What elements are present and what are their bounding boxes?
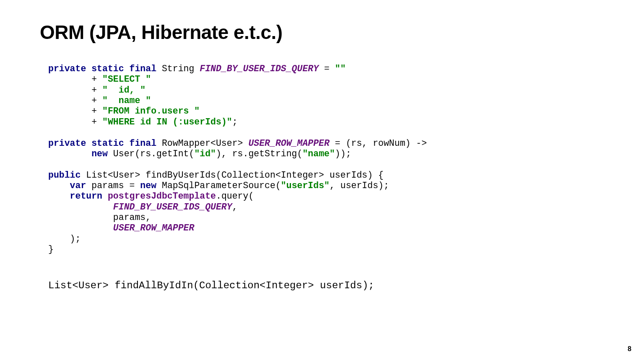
slide: ORM (JPA, Hibernate e.t.c.) private stat… bbox=[0, 0, 644, 291]
code-token: " id, " bbox=[102, 85, 145, 95]
code-token: " name " bbox=[102, 96, 151, 106]
code-token: List<User> findByUserIds(Collection<Inte… bbox=[80, 170, 384, 180]
code-token: "SELECT " bbox=[102, 74, 151, 84]
code-token: FIND_BY_USER_IDS_QUERY bbox=[200, 64, 319, 74]
code-token bbox=[48, 202, 113, 212]
code-token: String bbox=[156, 64, 200, 74]
code-token: + bbox=[48, 74, 102, 84]
code-token: } bbox=[48, 244, 54, 254]
code-token: "WHERE id IN (:userIds)" bbox=[102, 117, 232, 127]
code-token: ), rs.getString( bbox=[216, 149, 302, 159]
code-token bbox=[48, 191, 70, 201]
code-token: + bbox=[48, 106, 102, 116]
code-token: = bbox=[319, 64, 335, 74]
code-token: = (rs, rowNum) -> bbox=[330, 138, 427, 148]
code-token: .query( bbox=[216, 191, 254, 201]
code-token: public bbox=[48, 170, 80, 180]
slide-title: ORM (JPA, Hibernate e.t.c.) bbox=[40, 21, 604, 44]
code-token: USER_ROW_MAPPER bbox=[248, 138, 330, 148]
code-token: + bbox=[48, 96, 102, 106]
code-token: MapSqlParameterSource( bbox=[156, 181, 281, 191]
code-token: , userIds); bbox=[330, 181, 389, 191]
code-token: private static final bbox=[48, 64, 156, 74]
code-token: + bbox=[48, 117, 102, 127]
code-token: )); bbox=[335, 149, 351, 159]
code-token: new bbox=[140, 181, 156, 191]
code-token: new bbox=[91, 149, 108, 159]
code-token bbox=[102, 191, 108, 201]
page-number: 8 bbox=[628, 345, 631, 353]
code-token: + bbox=[48, 85, 102, 95]
code-token: ; bbox=[232, 117, 238, 127]
code-token: FIND_BY_USER_IDS_QUERY bbox=[113, 202, 232, 212]
code-token: , bbox=[232, 202, 238, 212]
code-token: RowMapper<User> bbox=[156, 138, 248, 148]
method-signature: List<User> findAllByIdIn(Collection<Inte… bbox=[40, 280, 604, 291]
code-token: USER_ROW_MAPPER bbox=[113, 223, 195, 233]
code-token: params = bbox=[86, 181, 140, 191]
code-block: private static final String FIND_BY_USER… bbox=[40, 64, 604, 255]
code-token: "id" bbox=[194, 149, 216, 159]
code-token bbox=[48, 149, 91, 159]
code-token: "name" bbox=[302, 149, 335, 159]
code-token: "FROM info.users " bbox=[102, 106, 200, 116]
code-token: "userIds" bbox=[281, 181, 330, 191]
code-token: private static final bbox=[48, 138, 156, 148]
code-token: User(rs.getInt( bbox=[108, 149, 194, 159]
code-token: params, bbox=[48, 212, 151, 222]
code-token bbox=[48, 181, 70, 191]
code-token: ); bbox=[48, 234, 80, 244]
code-token: "" bbox=[335, 64, 346, 74]
code-token: postgresJdbcTemplate bbox=[108, 191, 216, 201]
code-token: var bbox=[70, 181, 86, 191]
code-token: return bbox=[70, 191, 102, 201]
code-token bbox=[48, 223, 113, 233]
